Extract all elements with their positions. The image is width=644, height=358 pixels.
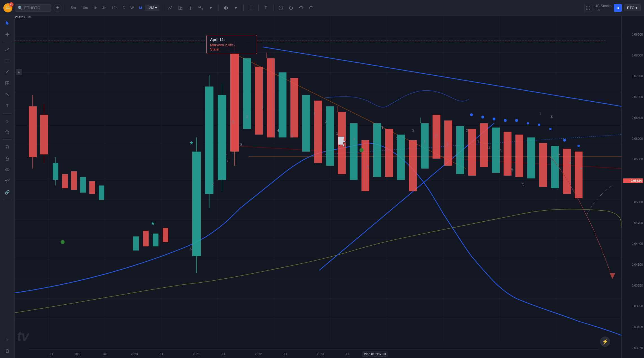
svg-rect-124	[504, 132, 511, 176]
link-tool[interactable]: 🔗	[2, 187, 12, 197]
text-tool[interactable]: T	[2, 101, 12, 111]
svg-point-170	[493, 118, 495, 121]
pattern-tool[interactable]	[2, 78, 12, 88]
svg-text:3: 3	[336, 131, 338, 136]
drawing-tools-icon[interactable]	[187, 4, 195, 12]
price-0.08500: 0.08500	[623, 33, 643, 36]
svg-point-138	[360, 148, 363, 152]
tf-12h[interactable]: 12h	[109, 5, 120, 11]
tf-M[interactable]: M	[137, 5, 144, 11]
svg-rect-1	[181, 7, 182, 10]
tooltip-date: April 12:	[210, 38, 253, 42]
lightning-button[interactable]: ⚡	[600, 337, 610, 347]
tf-4h[interactable]: 4h	[100, 5, 109, 11]
sidebar-divider-2	[3, 113, 12, 113]
avatar[interactable]: 11 11	[3, 3, 12, 12]
time-label-2021: 2021	[193, 352, 200, 356]
svg-rect-81	[62, 174, 68, 188]
svg-rect-109	[326, 106, 334, 166]
price-0.05800: 0.05800	[623, 158, 643, 161]
svg-rect-117	[421, 123, 429, 169]
svg-rect-93	[205, 86, 213, 194]
current-time-label: Wed 01 Nov '23	[362, 352, 388, 357]
paint-tool[interactable]	[2, 176, 12, 186]
undo-icon[interactable]	[297, 4, 305, 12]
crosshair-tool[interactable]	[2, 29, 12, 40]
compare-icon[interactable]	[177, 4, 184, 12]
strategy-icon[interactable]	[197, 4, 205, 12]
collapse-button[interactable]: ▲	[16, 69, 22, 75]
price-0.06200: 0.06200	[623, 137, 643, 140]
eye-tool[interactable]	[2, 165, 12, 175]
tf-dropdown[interactable]: 12M ▾	[145, 5, 159, 11]
more-options-dropdown[interactable]: ▾	[207, 4, 215, 12]
svg-rect-9	[227, 7, 228, 9]
fullscreen-button[interactable]	[584, 4, 592, 12]
horizontal-line-tool[interactable]	[2, 56, 12, 66]
svg-rect-110	[338, 112, 346, 174]
symbol-search-box[interactable]: 🔍 ETHBTC	[15, 4, 51, 12]
svg-rect-123	[492, 128, 500, 173]
svg-text:1: 1	[424, 139, 426, 144]
svg-text:2: 2	[435, 134, 437, 138]
price-0.03650: 0.03650	[623, 304, 643, 308]
tf-D[interactable]: D	[120, 5, 127, 11]
svg-text:4: 4	[353, 137, 355, 141]
emoji-tool[interactable]: ☺	[2, 116, 12, 126]
indicators-icon[interactable]	[166, 4, 174, 12]
svg-text:B: B	[617, 6, 619, 10]
price-chart-svg: ★ ★ 5 6 7 8 3 2 1 4 5 1 2 3 4 5 1 2 3 1 …	[15, 16, 621, 350]
svg-point-35	[8, 179, 9, 181]
price-axis: 0.08500 0.08000 0.07500 0.07000 0.06600 …	[621, 16, 644, 358]
svg-rect-75	[40, 115, 48, 154]
svg-point-174	[538, 124, 540, 126]
svg-point-178	[558, 154, 560, 155]
btc-indicator-button[interactable]: B	[614, 4, 622, 12]
svg-rect-126	[527, 137, 535, 178]
svg-rect-84	[89, 181, 95, 194]
price-0.04400: 0.04400	[623, 242, 643, 245]
svg-rect-107	[302, 95, 310, 151]
chart-type-icon[interactable]	[222, 4, 230, 12]
tradingview-logo: tv	[2, 334, 12, 344]
lock-tool[interactable]	[2, 153, 12, 163]
layout-icon[interactable]	[247, 4, 255, 12]
tf-5m[interactable]: 5m	[69, 5, 78, 11]
fibonacci-tool[interactable]	[2, 90, 12, 100]
us-stocks-label: US Stocks Sav...	[594, 4, 612, 12]
cursor-tool[interactable]	[2, 18, 12, 28]
trend-line-tool[interactable]	[2, 44, 12, 54]
chart-type-more[interactable]: ▾	[232, 4, 240, 12]
tf-1h[interactable]: 1h	[91, 5, 99, 11]
magnet-tool[interactable]	[2, 142, 12, 152]
svg-point-14	[281, 9, 281, 9]
tf-W[interactable]: W	[128, 5, 136, 11]
svg-point-177	[577, 145, 580, 147]
left-sidebar: T ☺ 🔗 tv	[0, 16, 15, 358]
chart-canvas[interactable]: ★ ★ 5 6 7 8 3 2 1 4 5 1 2 3 4 5 1 2 3 1 …	[15, 16, 621, 350]
btc-dropdown[interactable]: BTC ▾	[624, 4, 641, 11]
svg-text:7: 7	[226, 159, 228, 164]
svg-text:5: 5	[291, 134, 293, 138]
svg-text:B: B	[550, 114, 553, 119]
redo-icon[interactable]	[307, 4, 315, 12]
text-tool-icon[interactable]: T	[262, 4, 270, 12]
time-label-jul2021: Jul	[221, 352, 225, 356]
indicator-eye-icon[interactable]: 👁	[28, 15, 31, 19]
svg-rect-104	[267, 58, 275, 137]
trash-tool[interactable]	[2, 346, 12, 356]
svg-text:8: 8	[240, 142, 242, 147]
alert-icon[interactable]	[277, 4, 285, 12]
zoom-tool[interactable]	[2, 127, 12, 137]
brush-tool[interactable]	[2, 67, 12, 77]
svg-text:4: 4	[277, 128, 279, 133]
svg-rect-86	[133, 236, 139, 250]
btc-chevron-icon: ▾	[636, 6, 638, 10]
replay-icon[interactable]	[287, 4, 295, 12]
svg-rect-129	[563, 149, 571, 194]
current-price-label: 0.05334	[623, 178, 643, 183]
svg-rect-114	[385, 129, 393, 177]
tf-10m[interactable]: 10m	[79, 5, 90, 11]
svg-point-173	[527, 122, 529, 125]
add-symbol-button[interactable]: +	[54, 4, 61, 12]
